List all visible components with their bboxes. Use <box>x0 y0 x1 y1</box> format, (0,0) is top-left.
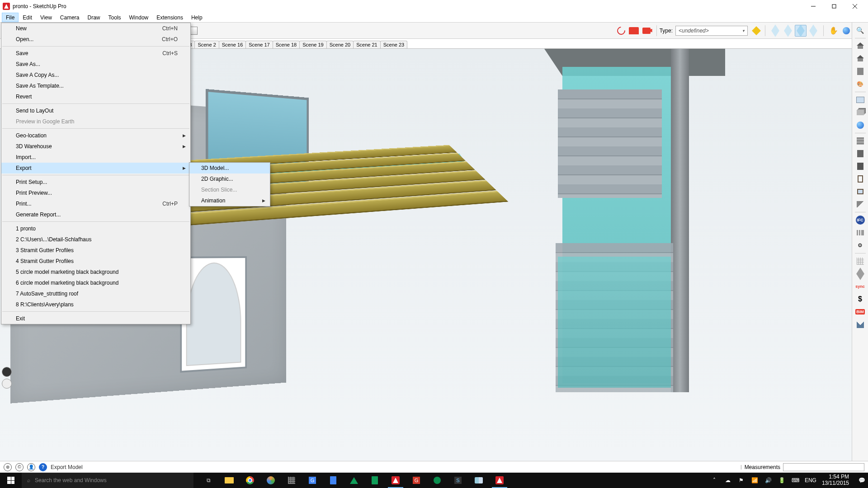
file-menu-item[interactable]: Print Setup... <box>1 177 190 188</box>
menu-tools[interactable]: Tools <box>104 13 125 22</box>
drive-icon[interactable] <box>344 473 364 488</box>
file-menu-item[interactable]: Print...Ctrl+P <box>1 198 190 209</box>
file-menu-item[interactable]: Exit <box>1 313 190 324</box>
tray-notifications-icon[interactable]: 💬 <box>857 477 866 483</box>
type-pick-icon[interactable] <box>750 25 762 37</box>
wrench-icon[interactable] <box>854 319 867 330</box>
scene-tab[interactable]: Scene 20 <box>326 41 354 48</box>
explorer-icon[interactable] <box>219 473 240 488</box>
file-menu-item[interactable]: Revert <box>1 91 190 102</box>
hand-tool-icon[interactable]: ✋ <box>828 25 840 37</box>
intersect-icon[interactable] <box>782 25 794 37</box>
maximize-button[interactable] <box>824 0 844 13</box>
credits-status-icon[interactable]: © <box>15 463 24 471</box>
export-submenu-item[interactable]: Animation▶ <box>189 195 270 206</box>
cube-icon[interactable] <box>854 268 867 280</box>
app-s-icon[interactable]: S <box>448 473 468 488</box>
file-menu-item[interactable]: Generate Report... <box>1 209 190 220</box>
scene-tab[interactable]: Scene 2 <box>194 41 219 48</box>
house-icon[interactable] <box>854 40 867 52</box>
look-around-icon[interactable] <box>2 379 12 389</box>
rotate-view-icon[interactable] <box>615 25 627 37</box>
tray-wifi-icon[interactable]: 📶 <box>750 477 760 483</box>
file-menu-item[interactable]: 7 AutoSave_struttting roof <box>1 288 190 299</box>
start-button[interactable] <box>0 473 22 488</box>
menu-view[interactable]: View <box>36 13 56 22</box>
app-g-icon[interactable]: G <box>406 473 427 488</box>
tray-battery-icon[interactable]: 🔋 <box>778 477 787 483</box>
measurements-input[interactable] <box>783 463 864 471</box>
file-menu-item[interactable]: 2 C:\Users\...\Detail-Schlafhaus <box>1 234 190 245</box>
app1-icon[interactable] <box>260 473 281 488</box>
globe-icon[interactable] <box>854 119 867 131</box>
file-menu-item[interactable]: 5 circle model marketing black backgroun… <box>1 267 190 277</box>
file-menu-item[interactable]: 3 Stramit Gutter Profiles <box>1 245 190 256</box>
file-menu-item[interactable]: Send to LayOut <box>1 105 190 116</box>
house-alt-icon[interactable] <box>854 53 867 65</box>
union-icon[interactable] <box>795 25 807 37</box>
tray-flag-icon[interactable]: ⚑ <box>737 477 746 483</box>
scene-tab[interactable]: Scene 21 <box>353 41 380 48</box>
ifc-badge-icon[interactable]: IFC <box>854 214 867 226</box>
file-menu-item[interactable]: Export▶ <box>1 163 190 174</box>
menu-camera[interactable]: Camera <box>56 13 84 22</box>
menu-help[interactable]: Help <box>187 13 207 22</box>
scene-tab[interactable]: Scene 16 <box>219 41 246 48</box>
gdocs-icon[interactable]: G <box>302 473 323 488</box>
building-icon[interactable] <box>854 66 867 77</box>
export-submenu-item[interactable]: 3D Model... <box>189 163 270 174</box>
minimize-button[interactable] <box>803 0 824 13</box>
menu-window[interactable]: Window <box>125 13 153 22</box>
subtract-icon[interactable] <box>807 25 819 37</box>
window-icon[interactable] <box>854 186 867 197</box>
taskbar-search[interactable]: ⌕ Search the web and Windows <box>22 473 193 488</box>
stair-icon[interactable] <box>854 198 867 210</box>
book-icon[interactable] <box>468 473 489 488</box>
tray-volume-icon[interactable]: 🔊 <box>764 477 773 483</box>
chrome-icon[interactable] <box>240 473 260 488</box>
file-menu-item[interactable]: 8 R:\Clients\Avery\plans <box>1 299 190 310</box>
file-menu-item[interactable]: 6 circle model marketing black backgroun… <box>1 277 190 288</box>
layers-icon[interactable] <box>854 107 867 118</box>
menu-draw[interactable]: Draw <box>84 13 104 22</box>
menu-extensions[interactable]: Extensions <box>152 13 187 22</box>
file-menu-item[interactable]: 4 Stramit Gutter Profiles <box>1 256 190 267</box>
tray-chevron-icon[interactable]: ˄ <box>710 477 719 483</box>
scene-tab[interactable]: Scene 23 <box>380 41 407 48</box>
sheets-icon[interactable] <box>364 473 385 488</box>
tray-keyboard-icon[interactable]: ⌨ <box>791 477 800 483</box>
file-menu-item[interactable]: Save As... <box>1 59 190 70</box>
palette-icon[interactable]: 🎨 <box>854 78 867 90</box>
sketchup2-task-icon[interactable] <box>489 473 510 488</box>
magnify-icon[interactable]: 🔍 <box>854 24 867 36</box>
chart-icon[interactable] <box>854 227 867 239</box>
dollar-icon[interactable]: $ <box>854 293 867 305</box>
panel-icon[interactable] <box>854 148 867 160</box>
type-dropdown[interactable]: <undefined> ▾ <box>675 26 748 36</box>
grid-icon[interactable] <box>854 255 867 267</box>
file-menu-item[interactable]: SaveCtrl+S <box>1 48 190 59</box>
user-status-icon[interactable]: 👤 <box>27 463 35 471</box>
scene-tab[interactable]: Scene 17 <box>245 41 273 48</box>
file-menu-item[interactable]: Open...Ctrl+O <box>1 34 190 45</box>
menu-file[interactable]: File <box>2 13 19 22</box>
tray-cloud-icon[interactable]: ☁ <box>723 477 732 483</box>
sync-icon[interactable]: sync <box>854 281 867 292</box>
file-menu-item[interactable]: Save A Copy As... <box>1 70 190 80</box>
sketchup-task-icon[interactable] <box>385 473 406 488</box>
scene-tab[interactable]: Scene 19 <box>299 41 326 48</box>
scene-tab[interactable]: Scene 18 <box>273 41 300 48</box>
file-menu-item[interactable]: 3D Warehouse▶ <box>1 141 190 152</box>
gears-icon[interactable]: ⚙ <box>854 239 867 251</box>
outer-shell-icon[interactable] <box>769 25 781 37</box>
globe-icon[interactable] <box>840 25 852 37</box>
docs-icon[interactable] <box>323 473 344 488</box>
file-menu-item[interactable]: Geo-location▶ <box>1 130 190 141</box>
record-camera-icon[interactable] <box>641 25 652 37</box>
wall-icon[interactable] <box>854 135 867 147</box>
tray-lang-label[interactable]: ENG <box>805 477 814 483</box>
menu-edit[interactable]: Edit <box>19 13 36 22</box>
file-menu-item[interactable]: NewCtrl+N <box>1 23 190 34</box>
geo-status-icon[interactable]: ⊕ <box>4 463 12 471</box>
file-menu-item[interactable]: Import... <box>1 152 190 163</box>
